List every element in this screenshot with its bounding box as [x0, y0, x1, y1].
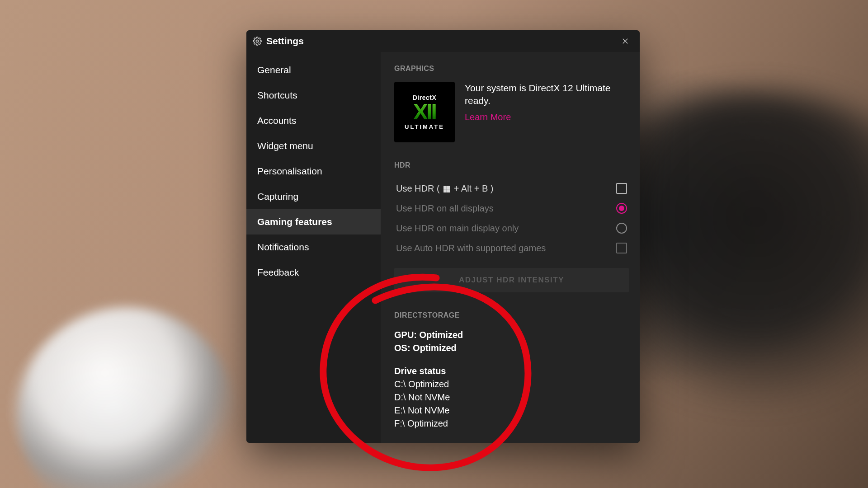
- hdr-main-label: Use HDR on main display only: [396, 223, 519, 234]
- hdr-all-radio[interactable]: [616, 203, 627, 214]
- section-graphics: GRAPHICS: [394, 65, 629, 73]
- ds-drive-list: C:\ OptimizedD:\ Not NVMeE:\ Not NVMeF:\…: [394, 378, 629, 430]
- gear-icon: [253, 37, 262, 46]
- svg-point-0: [256, 40, 258, 42]
- ds-drive-row: E:\ Not NVMe: [394, 404, 629, 417]
- ds-gpu: GPU: Optimized: [394, 328, 629, 342]
- sidebar-item-capturing[interactable]: Capturing: [246, 184, 381, 209]
- ds-drive-row: F:\ Optimized: [394, 417, 629, 430]
- content-pane: GRAPHICS DirectX XII ULTIMATE Your syste…: [381, 52, 640, 443]
- directx-badge: DirectX XII ULTIMATE: [394, 82, 455, 142]
- sidebar-item-accounts[interactable]: Accounts: [246, 108, 381, 133]
- sidebar-item-shortcuts[interactable]: Shortcuts: [246, 83, 381, 108]
- directx-badge-xii: XII: [413, 102, 436, 122]
- directx-badge-bot: ULTIMATE: [405, 123, 444, 130]
- sidebar-item-gaming-features[interactable]: Gaming features: [246, 209, 381, 235]
- settings-dialog: Settings GeneralShortcutsAccountsWidget …: [246, 30, 640, 443]
- sidebar-item-widget-menu[interactable]: Widget menu: [246, 133, 381, 159]
- ds-os: OS: Optimized: [394, 342, 629, 355]
- window-title: Settings: [266, 36, 304, 47]
- close-button[interactable]: [617, 33, 633, 49]
- sidebar-item-general[interactable]: General: [246, 57, 381, 83]
- sidebar-item-feedback[interactable]: Feedback: [246, 260, 381, 285]
- sidebar-item-notifications[interactable]: Notifications: [246, 235, 381, 260]
- section-directstorage: DIRECTSTORAGE: [394, 311, 629, 319]
- use-hdr-label: Use HDR ( + Alt + B ): [396, 183, 494, 194]
- ds-drive-row: C:\ Optimized: [394, 378, 629, 391]
- sidebar-item-personalisation[interactable]: Personalisation: [246, 159, 381, 184]
- adjust-hdr-button[interactable]: ADJUST HDR INTENSITY: [394, 268, 629, 292]
- directx-status: Your system is DirectX 12 Ultimate ready…: [465, 82, 629, 108]
- use-hdr-checkbox[interactable]: [616, 183, 627, 194]
- sidebar: GeneralShortcutsAccountsWidget menuPerso…: [246, 52, 381, 443]
- ds-drive-row: D:\ Not NVMe: [394, 391, 629, 404]
- titlebar: Settings: [246, 30, 640, 52]
- hdr-auto-label: Use Auto HDR with supported games: [396, 243, 546, 253]
- windows-key-icon: [443, 186, 450, 192]
- section-hdr: HDR: [394, 161, 629, 169]
- hdr-all-label: Use HDR on all displays: [396, 203, 494, 214]
- learn-more-link[interactable]: Learn More: [465, 112, 511, 122]
- hdr-main-radio[interactable]: [616, 223, 627, 234]
- hdr-auto-checkbox[interactable]: [616, 243, 627, 253]
- ds-drive-heading: Drive status: [394, 365, 629, 378]
